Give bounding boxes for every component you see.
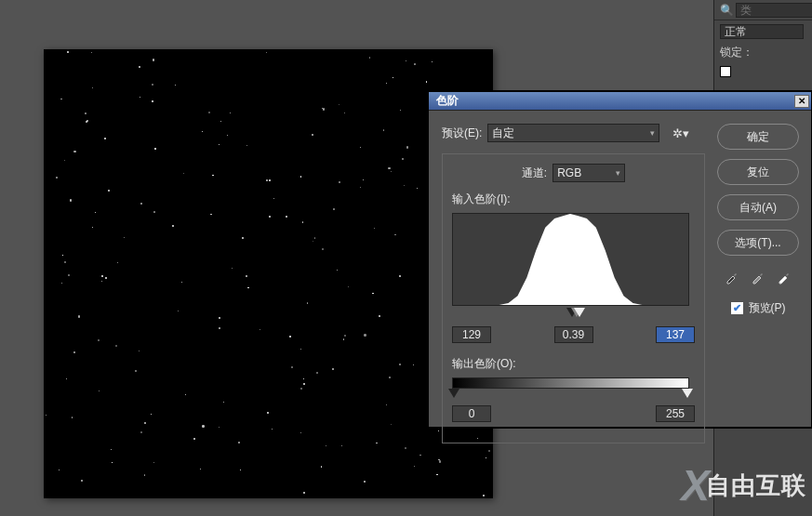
histogram <box>452 213 689 306</box>
output-white-field[interactable]: 255 <box>656 405 695 422</box>
watermark-logo-icon: X <box>681 460 704 510</box>
chevron-down-icon: ▾ <box>650 128 655 138</box>
output-black-field[interactable]: 0 <box>452 405 491 422</box>
output-slider-track[interactable] <box>452 389 691 400</box>
output-gradient <box>452 377 689 389</box>
input-gamma-field[interactable]: 0.39 <box>554 326 593 343</box>
watermark: X 自由互联 <box>681 460 806 510</box>
canvas-image <box>44 49 493 498</box>
input-white-field[interactable]: 137 <box>656 326 695 343</box>
preset-label: 预设(E): <box>442 126 482 141</box>
output-levels-label: 输出色阶(O): <box>452 356 695 372</box>
blend-mode-select[interactable]: 正常 <box>720 24 804 39</box>
black-eyedropper-icon[interactable] <box>724 269 740 285</box>
channel-label: 通道: <box>522 165 547 181</box>
layer-search-input[interactable] <box>736 3 812 18</box>
white-eyedropper-icon[interactable] <box>776 269 792 285</box>
close-icon[interactable]: ✕ <box>794 95 809 108</box>
output-black-slider[interactable] <box>448 389 459 398</box>
input-slider-track[interactable] <box>452 308 695 319</box>
preset-menu-icon[interactable]: ✲▾ <box>672 126 689 140</box>
preset-select[interactable]: 自定▾ <box>487 124 659 142</box>
search-icon: 🔍 <box>720 4 734 17</box>
ok-button[interactable]: 确定 <box>717 124 799 150</box>
options-button[interactable]: 选项(T)... <box>717 230 799 256</box>
channel-select[interactable]: RGB▾ <box>552 164 625 182</box>
chevron-down-icon: ▾ <box>616 168 620 178</box>
dialog-title: 色阶 <box>436 93 459 109</box>
preview-label: 预览(P) <box>749 300 786 316</box>
white-point-slider[interactable] <box>574 308 585 317</box>
reset-button[interactable]: 复位 <box>717 159 799 185</box>
preview-checkbox[interactable]: ✔ <box>731 302 743 314</box>
levels-dialog: 色阶 ✕ 预设(E): 自定▾ ✲▾ 通道: RGB▾ 输入色阶(I): <box>428 91 812 428</box>
gray-eyedropper-icon[interactable] <box>750 269 766 285</box>
layer-swatch <box>720 66 731 77</box>
dialog-titlebar[interactable]: 色阶 ✕ <box>429 92 811 111</box>
auto-button[interactable]: 自动(A) <box>717 194 799 220</box>
output-white-slider[interactable] <box>682 389 693 398</box>
levels-fieldset: 通道: RGB▾ 输入色阶(I): 129 <box>442 153 705 443</box>
input-black-field[interactable]: 129 <box>452 326 491 343</box>
lock-label: 锁定： <box>714 43 812 62</box>
input-levels-label: 输入色阶(I): <box>452 192 695 207</box>
